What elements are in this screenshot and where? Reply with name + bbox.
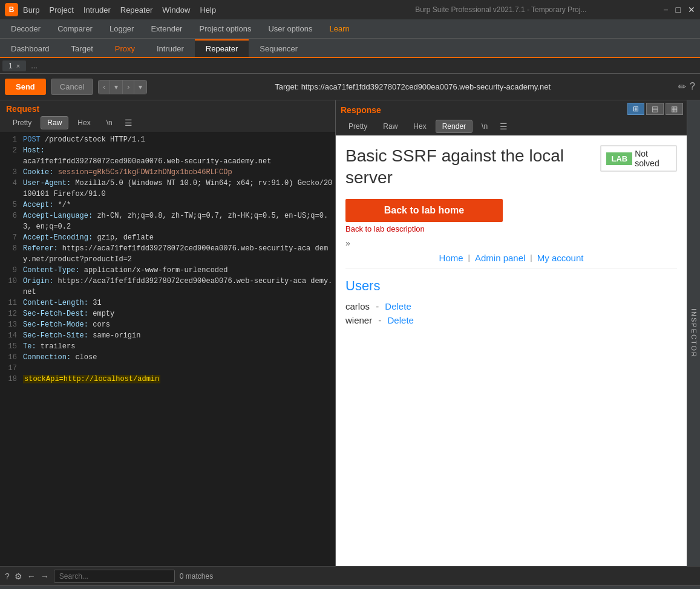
request-tab-1-close[interactable]: × (16, 62, 20, 70)
bottom-settings-icon[interactable]: ⚙ (15, 571, 22, 581)
app-title: Burp Suite Professional v2021.7.1 - Temp… (343, 5, 658, 14)
render-area[interactable]: Basic SSRF against the local server LAB … (336, 135, 687, 566)
delete-wiener-link[interactable]: Delete (388, 315, 414, 325)
code-line-10: 10 Origin: https://aca71fef1fdd39278072c… (0, 276, 335, 298)
nav-prev-button[interactable]: ‹ (99, 80, 110, 94)
nav-admin-panel-link[interactable]: Admin panel (475, 253, 525, 263)
nav-next-dd-button[interactable]: ▾ (134, 80, 146, 94)
tool-comparer[interactable]: Comparer (49, 19, 101, 38)
code-line-18: 18 stockApi=http://localhost/admin (0, 374, 335, 385)
inspector-panel[interactable]: INSPECTOR (687, 100, 700, 566)
maximize-button[interactable]: □ (676, 5, 681, 15)
resp-tab-render[interactable]: Render (436, 120, 473, 133)
menu-window[interactable]: Window (162, 5, 190, 15)
back-to-lab-description-link[interactable]: Back to lab description (345, 224, 677, 233)
menu-intruder[interactable]: Intruder (83, 5, 111, 15)
req-tab-nl[interactable]: \n (100, 116, 119, 129)
bottom-help-icon[interactable]: ? (5, 571, 10, 581)
minimize-button[interactable]: − (663, 5, 668, 15)
search-input[interactable] (54, 570, 175, 583)
code-line-17: 17 (0, 363, 335, 374)
code-line-3: 3 Cookie: session=gRk5Cs71kgFDW1zhDNgx1b… (0, 167, 335, 178)
menu-repeater[interactable]: Repeater (120, 5, 152, 15)
code-line-4: 4 User-Agent: Mozilla/5.0 (Windows NT 10… (0, 178, 335, 200)
tab-repeater[interactable]: Repeater (195, 39, 249, 57)
request-panel: Request Pretty Raw Hex \n ☰ 1 POST /prod… (0, 100, 336, 566)
main-area: Request Pretty Raw Hex \n ☰ 1 POST /prod… (0, 100, 700, 566)
title-bar: B Burp Project Intruder Repeater Window … (0, 0, 700, 19)
request-code-area[interactable]: 1 POST /product/stock HTTP/1.1 2 Host: a… (0, 132, 335, 566)
tool-project-options[interactable]: Project options (191, 19, 260, 38)
code-line-16: 16 Connection: close (0, 352, 335, 363)
back-to-lab-home-button[interactable]: Back to lab home (345, 199, 503, 222)
nav-my-account-link[interactable]: My account (537, 253, 584, 263)
code-line-7: 7 Accept-Encoding: gzip, deflate (0, 232, 335, 243)
tool-logger[interactable]: Logger (101, 19, 142, 38)
code-line-5: 5 Accept: */* (0, 200, 335, 210)
view-btn-horiz[interactable]: ▤ (646, 103, 664, 115)
req-tab-menu-icon[interactable]: ☰ (122, 117, 136, 129)
target-url: Target: https://aca71fef1fdd39278072ced9… (152, 82, 673, 91)
nav-buttons: ‹ ▾ › ▾ (98, 80, 147, 94)
menu-help[interactable]: Help (200, 5, 216, 15)
tab-bar: Dashboard Target Proxy Intruder Repeater… (0, 39, 700, 58)
request-tab-1[interactable]: 1 × (2, 60, 26, 71)
resp-tab-nl[interactable]: \n (475, 120, 494, 133)
app-logo: B (5, 3, 18, 16)
req-tab-pretty[interactable]: Pretty (6, 116, 38, 129)
tool-extender[interactable]: Extender (142, 19, 191, 38)
tab-sequencer[interactable]: Sequencer (249, 40, 309, 57)
resp-tab-pretty[interactable]: Pretty (342, 120, 374, 133)
tool-bar: Decoder Comparer Logger Extender Project… (0, 19, 700, 39)
nav-prev-dd-button[interactable]: ▾ (110, 80, 123, 94)
resp-tab-hex[interactable]: Hex (407, 120, 433, 133)
view-buttons: ⊞ ▤ ▦ (627, 103, 683, 115)
window-controls: − □ ✕ (663, 5, 695, 15)
send-button[interactable]: Send (5, 79, 46, 95)
close-button[interactable]: ✕ (688, 5, 695, 15)
matches-count: 0 matches (180, 572, 213, 581)
nav-next-button[interactable]: › (123, 80, 134, 94)
tool-user-options[interactable]: User options (260, 19, 321, 38)
edit-target-icon[interactable]: ✏ (678, 81, 686, 93)
resp-tab-raw[interactable]: Raw (376, 120, 404, 133)
tab-target[interactable]: Target (61, 40, 104, 57)
target-icons: ✏ ? (678, 81, 695, 93)
tab-proxy[interactable]: Proxy (104, 40, 146, 57)
username-wiener: wiener (345, 315, 372, 325)
lab-badge: LAB (606, 152, 632, 165)
bottom-bar: ? ⚙ ← → 0 matches (0, 566, 700, 585)
bottom-back-icon[interactable]: ← (27, 571, 36, 581)
help-icon[interactable]: ? (690, 81, 695, 93)
req-tab-hex[interactable]: Hex (71, 116, 97, 129)
tab-intruder[interactable]: Intruder (146, 40, 195, 57)
tab-dashboard[interactable]: Dashboard (0, 40, 61, 57)
request-panel-tabs: Pretty Raw Hex \n ☰ (0, 114, 335, 132)
view-btn-split[interactable]: ⊞ (627, 103, 644, 115)
request-subtabs-row: 1 × ... (0, 58, 700, 74)
request-tab-more[interactable]: ... (27, 60, 41, 71)
code-line-9: 9 Content-Type: application/x-www-form-u… (0, 265, 335, 276)
menu-burp[interactable]: Burp (23, 5, 39, 15)
username-carlos: carlos (345, 301, 370, 311)
code-line-13: 13 Sec-Fetch-Mode: cors (0, 319, 335, 330)
status-bar: Done 3,156 bytes | 408 millis (0, 585, 700, 589)
bottom-forward-icon[interactable]: → (41, 571, 49, 581)
view-btn-vert[interactable]: ▦ (666, 103, 683, 115)
cancel-button[interactable]: Cancel (51, 79, 93, 95)
lab-status: Not solved (635, 149, 671, 168)
send-bar: Send Cancel ‹ ▾ › ▾ Target: https://aca7… (0, 74, 700, 100)
code-line-2: 2 Host: (0, 145, 335, 156)
user-row-wiener: wiener - Delete (345, 315, 677, 325)
code-line-8: 8 Referer: https://aca71fef1fdd39278072c… (0, 243, 335, 265)
delete-carlos-link[interactable]: Delete (385, 301, 411, 311)
tool-learn[interactable]: Learn (321, 19, 358, 38)
menu-bar: Burp Project Intruder Repeater Window He… (23, 5, 338, 15)
code-line-2b: aca71fef1fdd39278072ced900ea0076.web-sec… (0, 156, 335, 167)
nav-home-link[interactable]: Home (439, 253, 463, 263)
menu-project[interactable]: Project (49, 5, 73, 15)
req-tab-raw[interactable]: Raw (41, 116, 68, 129)
rendered-nav-links: Home | Admin panel | My account (345, 253, 677, 268)
resp-tab-menu-icon[interactable]: ☰ (497, 120, 511, 132)
tool-decoder[interactable]: Decoder (2, 19, 49, 38)
